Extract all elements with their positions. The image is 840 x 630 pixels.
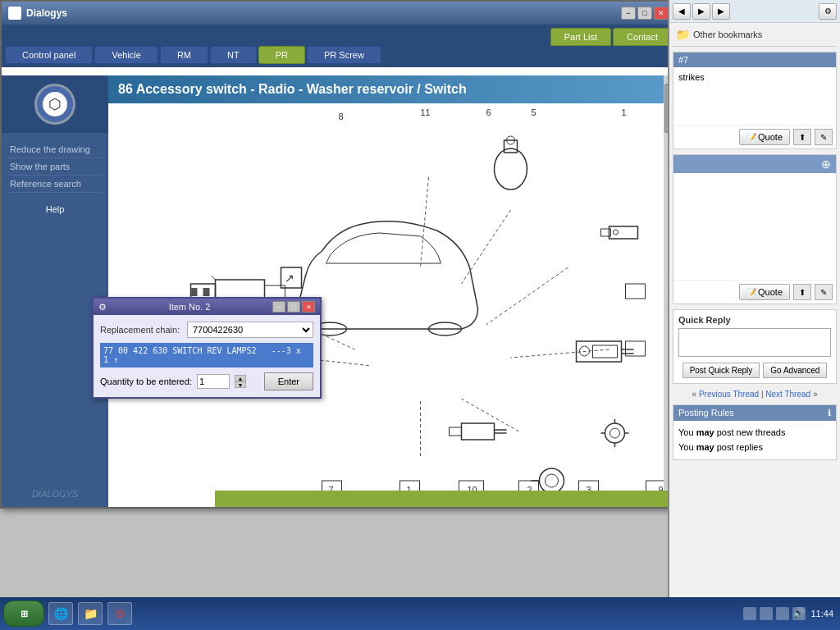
browser-play[interactable]: ▶ <box>712 3 730 20</box>
item-dialog-controls: − □ ✕ <box>272 301 315 313</box>
nav-area: Part List Contact Control panel Vehicle … <box>2 25 675 67</box>
post-empty-header: ⊕ <box>673 155 836 173</box>
item-dialog-title-text: Item No. 2 <box>169 302 211 312</box>
part-description-box: 77 00 422 630 SWITCH REV LAMPS2 ---3 x 1… <box>100 343 313 368</box>
sidebar-logo: ⬡ <box>34 84 75 125</box>
tab-nt[interactable]: NT <box>210 46 257 64</box>
svg-text:5: 5 <box>532 107 536 117</box>
quantity-input[interactable] <box>197 374 230 389</box>
browser-settings[interactable]: ⚙ <box>819 3 837 20</box>
posting-rules: Posting Rules ℹ You may post new threads… <box>673 404 837 460</box>
post-empty-body <box>673 173 836 280</box>
quantity-label: Quantity to be entered: <box>100 377 192 386</box>
tab-pr[interactable]: PR <box>258 46 305 64</box>
post-7-header: #7 <box>673 52 836 67</box>
sidebar-watermark: DIALOGYS <box>2 489 108 499</box>
post-7-quote-button[interactable]: 📝 Quote <box>739 129 790 145</box>
next-thread-link[interactable]: Next Thread <box>765 390 810 399</box>
tab-vehicle[interactable]: Vehicle <box>94 46 158 64</box>
quick-reply-label: Quick Reply <box>678 315 831 325</box>
close-button[interactable]: ✕ <box>654 7 669 20</box>
item-dialog-minimize[interactable]: − <box>272 301 285 313</box>
taskbar-icon-app[interactable]: ⚙ <box>107 602 132 625</box>
sidebar-menu: Reduce the drawing Show the parts Refere… <box>2 133 108 201</box>
tab-pr-screw[interactable]: PR Screw <box>307 46 381 64</box>
svg-rect-25 <box>203 288 210 296</box>
taskbar-icon-folder[interactable]: 📁 <box>78 602 103 625</box>
taskbar-right: 🔊 11:44 <box>743 607 840 620</box>
sidebar-item-reduce-drawing[interactable]: Reduce the drawing <box>8 141 102 158</box>
quick-reply-textarea[interactable] <box>678 328 831 357</box>
nav-tabs: Control panel Vehicle RM NT PR PR Screw <box>2 46 675 67</box>
taskbar: ⊞ 🌐 📁 ⚙ 🔊 11:44 <box>0 597 840 630</box>
item-dialog-close[interactable]: ✕ <box>302 301 315 313</box>
taskbar-clock: 11:44 <box>810 609 833 619</box>
replacement-chain-label: Replacement chain: <box>100 325 182 335</box>
post-7-action-1[interactable]: ⬆ <box>793 129 811 145</box>
sys-icon-volume[interactable]: 🔊 <box>792 607 806 620</box>
other-bookmarks-link[interactable]: 📁 Other bookmarks <box>674 26 835 43</box>
svg-text:8: 8 <box>339 112 344 121</box>
maximize-button[interactable]: □ <box>637 7 652 20</box>
sys-icon-3 <box>776 607 789 620</box>
taskbar-icon-ie[interactable]: 🌐 <box>48 602 73 625</box>
taskbar-sys-icons: 🔊 <box>743 607 806 620</box>
logo-icon: ⬡ <box>43 92 67 116</box>
post-7-action-2[interactable]: ✎ <box>815 129 833 145</box>
sidebar: ⬡ Reduce the drawing Show the parts Refe… <box>2 75 108 507</box>
prev-thread-link[interactable]: Previous Thread <box>699 390 759 399</box>
quick-reply-buttons: Post Quick Reply Go Advanced <box>678 363 831 378</box>
svg-text:1: 1 <box>622 107 627 117</box>
browser-back[interactable]: ◀ <box>673 3 691 20</box>
post-empty-expand[interactable]: ⊕ <box>821 158 831 171</box>
titlebar-controls: − □ ✕ <box>621 7 669 20</box>
quantity-up-button[interactable]: ▲ <box>235 375 246 381</box>
quantity-down-button[interactable]: ▼ <box>235 381 246 388</box>
quick-reply-section: Quick Reply Post Quick Reply Go Advanced <box>673 309 837 384</box>
tab-control-panel[interactable]: Control panel <box>5 46 93 64</box>
sys-icon-2 <box>760 607 773 620</box>
quantity-spinner: ▲ ▼ <box>235 375 246 388</box>
browser-forward[interactable]: ▶ <box>692 3 710 20</box>
post-quick-reply-button[interactable]: Post Quick Reply <box>682 363 760 378</box>
tab-contact[interactable]: Contact <box>613 28 672 46</box>
page-title: 86 Accessory switch - Radio - Washer res… <box>108 75 675 103</box>
posting-rules-body: You may post new threads You may post re… <box>673 421 836 459</box>
svg-text:6: 6 <box>486 107 491 117</box>
sys-icon-1 <box>743 607 756 620</box>
replacement-chain-select[interactable]: 7700422630 <box>187 322 313 338</box>
item-dialog-title-icon: ⚙ <box>98 302 107 313</box>
minimize-button[interactable]: − <box>621 7 636 20</box>
post-7-actions: 📝 Quote ⬆ ✎ <box>673 125 836 148</box>
thread-navigation: « Previous Thread | Next Thread » <box>669 387 840 401</box>
dialog-footer: Quantity to be entered: ▲ ▼ Enter <box>100 372 313 390</box>
sidebar-item-reference-search[interactable]: Reference search <box>8 176 102 193</box>
forum-post-empty: ⊕ 📝 Quote ⬆ ✎ <box>673 154 837 304</box>
browser-window: ◀ ▶ ▶ ⚙ 📁 Other bookmarks #7 strikes 📝 Q… <box>668 0 840 630</box>
post-empty-action-2[interactable]: ✎ <box>815 284 833 300</box>
post-7-body: strikes <box>673 67 836 125</box>
app-icon: ⚙ <box>8 7 21 20</box>
taskbar-left: ⊞ 🌐 📁 ⚙ <box>0 600 133 627</box>
tab-rm[interactable]: RM <box>160 46 208 64</box>
sidebar-item-show-parts[interactable]: Show the parts <box>8 158 102 176</box>
svg-rect-24 <box>191 288 198 296</box>
svg-text:11: 11 <box>421 107 431 117</box>
dialogys-window: ⚙ Dialogys − □ ✕ Part List Contact Contr… <box>0 0 677 509</box>
enter-button[interactable]: Enter <box>264 372 313 390</box>
post-empty-quote-button[interactable]: 📝 Quote <box>739 284 790 300</box>
replacement-chain-row: Replacement chain: 7700422630 <box>100 322 313 338</box>
posting-rules-header: Posting Rules ℹ <box>673 405 836 421</box>
post-empty-actions: 📝 Quote ⬆ ✎ <box>673 280 836 304</box>
main-content: 86 Accessory switch - Radio - Washer res… <box>108 75 675 507</box>
item-dialog-titlebar: ⚙ Item No. 2 − □ ✕ <box>94 299 320 315</box>
svg-text:↗: ↗ <box>285 272 294 285</box>
item-dialog-maximize[interactable]: □ <box>287 301 300 313</box>
go-advanced-button[interactable]: Go Advanced <box>763 363 827 378</box>
item-dialog-body: Replacement chain: 7700422630 77 00 422 … <box>94 315 320 397</box>
titlebar: ⚙ Dialogys − □ ✕ <box>2 2 675 25</box>
post-empty-action-1[interactable]: ⬆ <box>793 284 811 300</box>
tab-part-list[interactable]: Part List <box>550 28 611 46</box>
start-button[interactable]: ⊞ <box>3 600 44 627</box>
top-tabs: Part List Contact <box>2 25 675 46</box>
